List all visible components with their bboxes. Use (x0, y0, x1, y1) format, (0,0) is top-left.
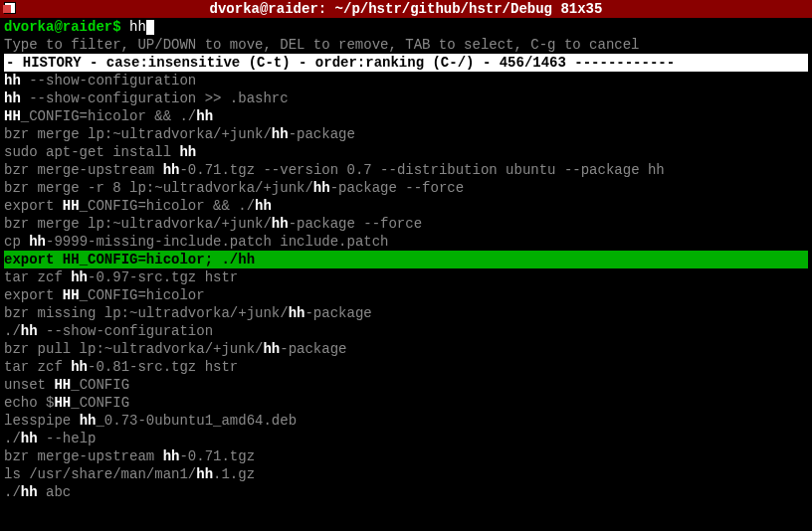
match-highlight: HH (63, 287, 80, 303)
match-highlight: hh (272, 126, 289, 142)
command-input-text[interactable]: hh (129, 19, 146, 35)
match-highlight: hh (21, 323, 38, 339)
match-highlight: HH (63, 198, 80, 214)
history-text: --show-configuration (38, 323, 213, 339)
history-item[interactable]: unset HH_CONFIG (4, 376, 808, 394)
history-item[interactable]: ls /usr/share/man/man1/hh.1.gz (4, 465, 808, 483)
cursor (146, 20, 154, 35)
terminal-area[interactable]: dvorka@raider$ hh Type to filter, UP/DOW… (0, 18, 812, 501)
history-text: _CONFIG (71, 377, 129, 393)
match-highlight: hh (4, 90, 21, 106)
history-item[interactable]: bzr pull lp:~ultradvorka/+junk/hh-packag… (4, 340, 808, 358)
history-item[interactable]: HH_CONFIG=hicolor && ./hh (4, 107, 808, 125)
history-item[interactable]: lesspipe hh_0.73-0ubuntu1_amd64.deb (4, 412, 808, 430)
match-highlight: hh (80, 413, 97, 429)
history-text: -package (280, 341, 346, 357)
match-highlight: hh (238, 252, 255, 267)
match-highlight: hh (313, 180, 330, 196)
history-text: export (4, 287, 63, 303)
history-text: _CONFIG (71, 395, 129, 411)
history-text: _CONFIG=hicolor && ./ (80, 198, 255, 214)
history-item[interactable]: bzr merge -r 8 lp:~ultradvorka/+junk/hh-… (4, 179, 808, 197)
match-highlight: hh (289, 305, 305, 321)
status-bar: - HISTORY - case:insensitive (C-t) - ord… (4, 54, 808, 72)
history-item[interactable]: export HH_CONFIG=hicolor (4, 286, 808, 304)
history-item[interactable]: bzr merge-upstream hh-0.71.tgz --version… (4, 161, 808, 179)
history-item[interactable]: tar zcf hh-0.81-src.tgz hstr (4, 358, 808, 376)
prompt-prefix: dvorka@raider$ (4, 19, 129, 35)
history-item[interactable]: bzr merge lp:~ultradvorka/+junk/hh-packa… (4, 215, 808, 233)
history-item[interactable]: bzr missing lp:~ultradvorka/+junk/hh-pac… (4, 304, 808, 322)
match-highlight: hh (21, 484, 38, 500)
match-highlight: hh (179, 144, 196, 160)
history-text: sudo apt-get install (4, 144, 179, 160)
history-text: --show-configuration (21, 73, 196, 88)
match-highlight: hh (272, 216, 289, 232)
history-text: bzr pull lp:~ultradvorka/+junk/ (4, 341, 263, 357)
history-text: .1.gz (213, 466, 255, 482)
history-text: -package --force (330, 180, 464, 196)
history-text: bzr merge -r 8 lp:~ultradvorka/+junk/ (4, 180, 313, 196)
window-titlebar: dvorka@raider: ~/p/hstr/github/hstr/Debu… (0, 0, 812, 18)
history-item[interactable]: export HH_CONFIG=hicolor && ./hh (4, 197, 808, 215)
history-text: --help (38, 431, 97, 446)
history-item[interactable]: hh --show-configuration >> .bashrc (4, 89, 808, 107)
match-highlight: hh (255, 198, 272, 214)
history-text: -package (304, 305, 371, 321)
history-text: lesspipe (4, 413, 80, 429)
history-text: bzr merge lp:~ultradvorka/+junk/ (4, 216, 272, 232)
history-text: -package (289, 126, 355, 142)
hint-text: Type to filter, UP/DOWN to move, DEL to … (4, 36, 808, 54)
history-text: _0.73-0ubuntu1_amd64.deb (96, 413, 297, 429)
history-text: ls /usr/share/man/man1/ (4, 466, 196, 482)
match-highlight: hh (163, 162, 180, 178)
history-text: -0.71.tgz --version 0.7 --distribution u… (179, 162, 664, 178)
history-item[interactable]: cp hh-9999-missing-include.patch include… (4, 233, 808, 251)
history-item[interactable]: ./hh abc (4, 483, 808, 501)
history-text: bzr missing lp:~ultradvorka/+junk/ (4, 305, 289, 321)
match-highlight: hh (196, 108, 213, 124)
match-highlight: hh (263, 341, 280, 357)
history-item[interactable]: ./hh --show-configuration (4, 322, 808, 340)
history-text: -package --force (289, 216, 422, 232)
history-text: _CONFIG=hicolor (80, 287, 205, 303)
window-app-icon (4, 2, 16, 14)
history-text: _CONFIG=hicolor && ./ (21, 108, 196, 124)
history-text: ./ (4, 484, 21, 500)
history-text: tar zcf (4, 269, 71, 285)
history-item[interactable]: export HH_CONFIG=hicolor; ./hh (4, 251, 808, 268)
history-list: hh --show-configurationhh --show-configu… (4, 72, 808, 501)
window-title: dvorka@raider: ~/p/hstr/github/hstr/Debu… (210, 1, 603, 17)
history-item[interactable]: bzr merge lp:~ultradvorka/+junk/hh-packa… (4, 125, 808, 143)
history-text: -0.71.tgz (179, 448, 255, 464)
history-item[interactable]: ./hh --help (4, 430, 808, 447)
history-text: --show-configuration >> .bashrc (21, 90, 289, 106)
history-text: tar zcf (4, 359, 71, 375)
history-text: ./ (4, 323, 21, 339)
history-text: export (4, 252, 63, 267)
history-text: unset (4, 377, 54, 393)
prompt-line: dvorka@raider$ hh (4, 18, 808, 36)
history-text: cp (4, 234, 29, 250)
history-item[interactable]: echo $HH_CONFIG (4, 394, 808, 412)
history-text: export (4, 198, 63, 214)
history-item[interactable]: bzr merge-upstream hh-0.71.tgz (4, 447, 808, 465)
history-text: ./ (4, 431, 21, 446)
match-highlight: HH (4, 108, 21, 124)
match-highlight: hh (71, 359, 88, 375)
history-text: -9999-missing-include.patch include.patc… (46, 234, 388, 250)
match-highlight: hh (71, 269, 88, 285)
history-item[interactable]: tar zcf hh-0.97-src.tgz hstr (4, 268, 808, 286)
history-text: _CONFIG=hicolor; ./ (80, 252, 239, 267)
history-item[interactable]: sudo apt-get install hh (4, 143, 808, 161)
history-item[interactable]: hh --show-configuration (4, 72, 808, 89)
history-text: -0.97-src.tgz hstr (88, 269, 238, 285)
history-text: bzr merge-upstream (4, 162, 163, 178)
match-highlight: HH (54, 377, 71, 393)
history-text: abc (38, 484, 72, 500)
history-text: bzr merge-upstream (4, 448, 163, 464)
history-text: bzr merge lp:~ultradvorka/+junk/ (4, 126, 272, 142)
match-highlight: hh (4, 73, 21, 88)
match-highlight: hh (196, 466, 213, 482)
history-text: -0.81-src.tgz hstr (88, 359, 238, 375)
